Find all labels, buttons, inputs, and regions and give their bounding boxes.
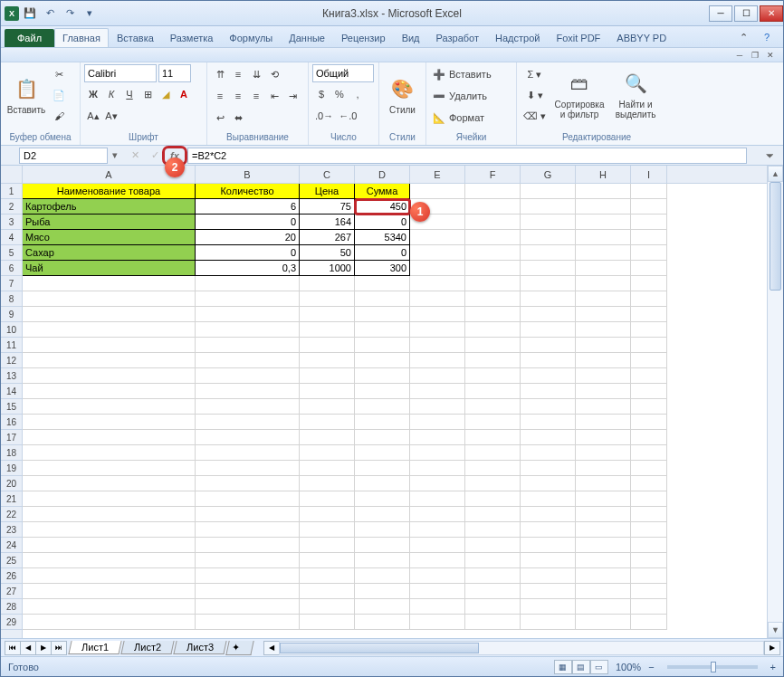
cell[interactable] (631, 553, 667, 568)
cell[interactable] (465, 522, 521, 538)
help-icon[interactable]: ? (758, 27, 776, 47)
tab-foxit[interactable]: Foxit PDF (548, 28, 608, 47)
cell[interactable] (576, 415, 631, 430)
cell[interactable] (300, 584, 355, 599)
cell[interactable] (631, 461, 667, 476)
scroll-right-button[interactable]: ▶ (764, 641, 780, 655)
align-top-button[interactable]: ⇈ (211, 64, 229, 84)
percent-button[interactable]: % (330, 84, 349, 104)
cell[interactable] (465, 245, 521, 261)
cell[interactable] (23, 584, 196, 599)
align-left-button[interactable]: ≡ (211, 86, 229, 106)
cell[interactable] (410, 461, 465, 476)
cell[interactable] (465, 307, 521, 322)
row-header[interactable]: 14 (1, 384, 22, 399)
cancel-formula-button[interactable]: ✕ (126, 148, 144, 164)
cell[interactable] (576, 507, 631, 522)
cell[interactable] (465, 399, 521, 415)
cell[interactable]: 300 (355, 261, 410, 276)
cell[interactable] (521, 445, 576, 461)
cell[interactable] (576, 230, 631, 245)
cell[interactable] (465, 599, 521, 615)
decrease-font-button[interactable]: A▾ (102, 106, 120, 126)
row-header[interactable]: 4 (1, 230, 22, 245)
cell[interactable] (465, 568, 521, 584)
cell[interactable] (410, 307, 465, 322)
cell[interactable]: 0 (196, 245, 300, 261)
cell[interactable] (196, 291, 300, 307)
cell[interactable] (521, 291, 576, 307)
cell[interactable] (355, 276, 410, 291)
cell[interactable] (465, 353, 521, 368)
col-header[interactable]: E (410, 166, 465, 183)
namebox-dropdown[interactable]: ▾ (108, 149, 122, 161)
cell[interactable] (576, 261, 631, 276)
sheet-nav-prev[interactable]: ◀ (20, 641, 36, 655)
cell[interactable] (23, 476, 196, 491)
scroll-left-button[interactable]: ◀ (263, 641, 280, 655)
cell[interactable] (576, 399, 631, 415)
delete-cells-button[interactable]: ➖ Удалить (430, 86, 515, 106)
cell[interactable] (23, 353, 196, 368)
cell[interactable] (355, 291, 410, 307)
cell[interactable] (576, 491, 631, 507)
cell[interactable] (300, 307, 355, 322)
cell[interactable] (631, 276, 667, 291)
cell[interactable]: 50 (300, 245, 355, 261)
cell[interactable] (576, 276, 631, 291)
cell[interactable] (410, 322, 465, 338)
cell[interactable] (465, 368, 521, 384)
row-header[interactable]: 6 (1, 261, 22, 276)
cell[interactable] (196, 338, 300, 353)
mdi-close[interactable]: ✕ (763, 49, 778, 62)
cell[interactable] (521, 415, 576, 430)
page-break-view-button[interactable]: ▭ (590, 660, 608, 674)
cut-button[interactable]: ✂ (50, 64, 68, 84)
cell[interactable] (465, 199, 521, 215)
cell[interactable]: 164 (300, 215, 355, 230)
cell[interactable] (410, 491, 465, 507)
align-bottom-button[interactable]: ⇊ (247, 64, 265, 84)
cell[interactable] (300, 384, 355, 399)
cell[interactable] (355, 584, 410, 599)
cell[interactable] (196, 599, 300, 615)
cell[interactable] (576, 553, 631, 568)
cell[interactable] (465, 261, 521, 276)
row-header[interactable]: 22 (1, 507, 22, 522)
cell[interactable] (300, 553, 355, 568)
cell[interactable] (521, 307, 576, 322)
cell[interactable]: 0 (355, 215, 410, 230)
cell[interactable] (521, 568, 576, 584)
mdi-minimize[interactable]: ─ (732, 49, 747, 62)
cell[interactable] (23, 368, 196, 384)
cell[interactable] (576, 615, 631, 630)
cell[interactable]: 75 (300, 199, 355, 215)
cell[interactable] (521, 384, 576, 399)
zoom-in-button[interactable]: + (770, 662, 776, 672)
cell[interactable] (196, 322, 300, 338)
col-header[interactable]: H (576, 166, 631, 183)
row-header[interactable]: 16 (1, 415, 22, 430)
cell[interactable] (23, 461, 196, 476)
cell[interactable] (355, 599, 410, 615)
mdi-restore[interactable]: ❐ (748, 49, 762, 62)
underline-button[interactable]: Ч (120, 84, 139, 104)
cell[interactable] (196, 491, 300, 507)
cell[interactable] (631, 307, 667, 322)
fill-button[interactable]: ⬇ ▾ (521, 85, 549, 105)
cell[interactable] (410, 553, 465, 568)
cell[interactable] (631, 184, 667, 199)
cell[interactable] (576, 538, 631, 553)
row-header[interactable]: 19 (1, 461, 22, 476)
hscroll-track[interactable] (279, 641, 764, 655)
cell[interactable]: Рыба (23, 215, 196, 230)
comma-button[interactable]: , (349, 84, 367, 104)
col-header[interactable]: C (300, 166, 355, 183)
cell[interactable]: Картофель (23, 199, 196, 215)
cell[interactable] (196, 522, 300, 538)
cell[interactable] (631, 599, 667, 615)
cell[interactable] (631, 215, 667, 230)
cell[interactable] (631, 291, 667, 307)
tab-layout[interactable]: Разметка (162, 28, 222, 47)
file-tab[interactable]: Файл (5, 29, 54, 47)
